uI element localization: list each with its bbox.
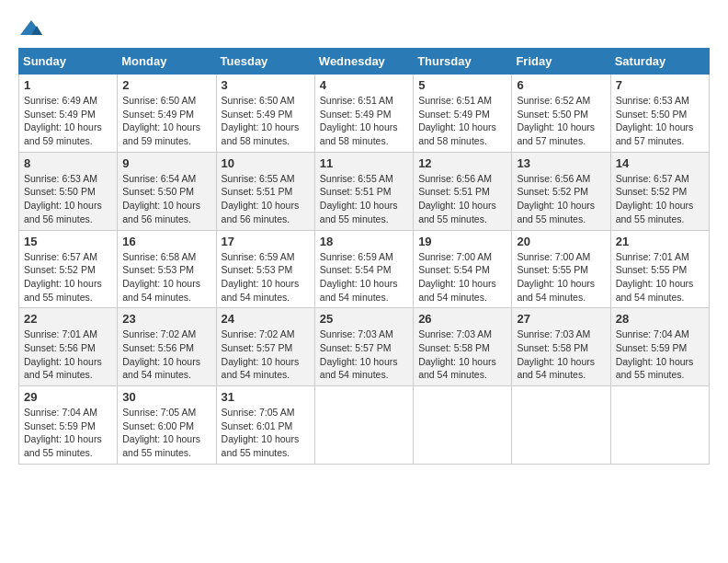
day-number: 11	[320, 156, 408, 170]
day-number: 2	[122, 78, 210, 92]
day-info: Sunrise: 7:03 AMSunset: 5:58 PMDaylight:…	[418, 327, 506, 382]
day-info: Sunrise: 6:53 AMSunset: 5:50 PMDaylight:…	[24, 172, 112, 226]
day-info: Sunrise: 6:55 AMSunset: 5:51 PMDaylight:…	[222, 172, 310, 226]
day-number: 19	[418, 235, 506, 248]
day-info: Sunrise: 6:59 AMSunset: 5:54 PMDaylight:…	[320, 250, 408, 304]
day-info: Sunrise: 6:50 AMSunset: 5:49 PMDaylight:…	[222, 94, 310, 148]
calendar-cell: 5Sunrise: 6:51 AMSunset: 5:49 PMDaylight…	[414, 75, 512, 153]
calendar-cell: 4Sunrise: 6:51 AMSunset: 5:49 PMDaylight…	[314, 75, 413, 153]
day-info: Sunrise: 6:53 AMSunset: 5:50 PMDaylight:…	[616, 94, 704, 148]
calendar-cell: 27Sunrise: 7:03 AMSunset: 5:58 PMDayligh…	[512, 308, 610, 386]
calendar-cell: 14Sunrise: 6:57 AMSunset: 5:52 PMDayligh…	[610, 152, 709, 230]
day-number: 31	[222, 390, 310, 404]
day-number: 13	[517, 156, 605, 170]
day-number: 4	[320, 78, 408, 92]
day-info: Sunrise: 6:59 AMSunset: 5:53 PMDaylight:…	[222, 250, 310, 304]
day-info: Sunrise: 6:54 AMSunset: 5:50 PMDaylight:…	[122, 172, 210, 226]
calendar-cell	[414, 386, 512, 465]
calendar-header-tuesday: Tuesday	[216, 49, 314, 75]
calendar-cell	[610, 386, 709, 465]
day-number: 28	[616, 312, 704, 326]
day-number: 6	[517, 78, 605, 92]
day-number: 15	[24, 235, 112, 248]
logo	[18, 18, 48, 39]
calendar-cell: 16Sunrise: 6:58 AMSunset: 5:53 PMDayligh…	[118, 230, 216, 308]
day-info: Sunrise: 6:55 AMSunset: 5:51 PMDaylight:…	[320, 172, 408, 226]
day-number: 1	[24, 78, 112, 92]
day-number: 22	[24, 312, 112, 326]
day-info: Sunrise: 6:56 AMSunset: 5:51 PMDaylight:…	[418, 172, 506, 226]
calendar-header-saturday: Saturday	[610, 49, 709, 75]
day-info: Sunrise: 6:56 AMSunset: 5:52 PMDaylight:…	[517, 172, 605, 226]
calendar-cell: 26Sunrise: 7:03 AMSunset: 5:58 PMDayligh…	[414, 308, 512, 386]
calendar-cell: 23Sunrise: 7:02 AMSunset: 5:56 PMDayligh…	[118, 308, 216, 386]
calendar-week-row: 8Sunrise: 6:53 AMSunset: 5:50 PMDaylight…	[19, 152, 710, 230]
calendar-cell: 8Sunrise: 6:53 AMSunset: 5:50 PMDaylight…	[19, 152, 118, 230]
calendar-cell: 28Sunrise: 7:04 AMSunset: 5:59 PMDayligh…	[610, 308, 709, 386]
day-number: 18	[320, 235, 408, 248]
day-number: 14	[616, 156, 704, 170]
day-info: Sunrise: 6:57 AMSunset: 5:52 PMDaylight:…	[616, 172, 704, 226]
calendar-header-monday: Monday	[118, 49, 216, 75]
calendar-cell: 18Sunrise: 6:59 AMSunset: 5:54 PMDayligh…	[314, 230, 413, 308]
day-info: Sunrise: 7:05 AMSunset: 6:01 PMDaylight:…	[222, 406, 310, 460]
day-info: Sunrise: 7:00 AMSunset: 5:54 PMDaylight:…	[418, 250, 506, 304]
calendar-cell: 10Sunrise: 6:55 AMSunset: 5:51 PMDayligh…	[216, 152, 314, 230]
day-number: 3	[222, 78, 310, 92]
calendar-cell: 9Sunrise: 6:54 AMSunset: 5:50 PMDaylight…	[118, 152, 216, 230]
calendar-header-wednesday: Wednesday	[314, 49, 413, 75]
calendar-cell: 29Sunrise: 7:04 AMSunset: 5:59 PMDayligh…	[19, 386, 118, 465]
calendar-cell: 3Sunrise: 6:50 AMSunset: 5:49 PMDaylight…	[216, 75, 314, 153]
day-number: 21	[616, 235, 704, 248]
calendar-header-friday: Friday	[512, 49, 610, 75]
day-number: 20	[517, 235, 605, 248]
day-info: Sunrise: 6:49 AMSunset: 5:49 PMDaylight:…	[24, 94, 112, 148]
calendar-body: 1Sunrise: 6:49 AMSunset: 5:49 PMDaylight…	[19, 75, 710, 465]
calendar-week-row: 29Sunrise: 7:04 AMSunset: 5:59 PMDayligh…	[19, 386, 710, 465]
day-info: Sunrise: 6:51 AMSunset: 5:49 PMDaylight:…	[418, 94, 506, 148]
calendar-cell: 22Sunrise: 7:01 AMSunset: 5:56 PMDayligh…	[19, 308, 118, 386]
calendar-cell: 17Sunrise: 6:59 AMSunset: 5:53 PMDayligh…	[216, 230, 314, 308]
day-number: 7	[616, 78, 704, 92]
calendar-cell: 19Sunrise: 7:00 AMSunset: 5:54 PMDayligh…	[414, 230, 512, 308]
page-header	[18, 18, 710, 39]
calendar-cell: 20Sunrise: 7:00 AMSunset: 5:55 PMDayligh…	[512, 230, 610, 308]
calendar-header-thursday: Thursday	[414, 49, 512, 75]
day-info: Sunrise: 7:05 AMSunset: 6:00 PMDaylight:…	[122, 406, 210, 460]
day-info: Sunrise: 6:58 AMSunset: 5:53 PMDaylight:…	[122, 250, 210, 304]
calendar-header-sunday: Sunday	[19, 49, 118, 75]
calendar-cell	[314, 386, 413, 465]
day-info: Sunrise: 7:01 AMSunset: 5:55 PMDaylight:…	[616, 250, 704, 304]
calendar-cell: 31Sunrise: 7:05 AMSunset: 6:01 PMDayligh…	[216, 386, 314, 465]
day-number: 17	[222, 235, 310, 248]
calendar-cell: 15Sunrise: 6:57 AMSunset: 5:52 PMDayligh…	[19, 230, 118, 308]
day-info: Sunrise: 7:03 AMSunset: 5:57 PMDaylight:…	[320, 327, 408, 382]
day-info: Sunrise: 7:00 AMSunset: 5:55 PMDaylight:…	[517, 250, 605, 304]
day-info: Sunrise: 7:04 AMSunset: 5:59 PMDaylight:…	[24, 406, 112, 460]
day-info: Sunrise: 7:02 AMSunset: 5:56 PMDaylight:…	[122, 327, 210, 382]
logo-icon	[18, 18, 44, 39]
day-info: Sunrise: 7:02 AMSunset: 5:57 PMDaylight:…	[222, 327, 310, 382]
calendar-cell: 13Sunrise: 6:56 AMSunset: 5:52 PMDayligh…	[512, 152, 610, 230]
calendar-week-row: 1Sunrise: 6:49 AMSunset: 5:49 PMDaylight…	[19, 75, 710, 153]
calendar-cell: 2Sunrise: 6:50 AMSunset: 5:49 PMDaylight…	[118, 75, 216, 153]
day-number: 30	[122, 390, 210, 404]
day-number: 27	[517, 312, 605, 326]
day-number: 5	[418, 78, 506, 92]
calendar-cell: 1Sunrise: 6:49 AMSunset: 5:49 PMDaylight…	[19, 75, 118, 153]
day-info: Sunrise: 7:03 AMSunset: 5:58 PMDaylight:…	[517, 327, 605, 382]
calendar-cell: 30Sunrise: 7:05 AMSunset: 6:00 PMDayligh…	[118, 386, 216, 465]
calendar-cell: 24Sunrise: 7:02 AMSunset: 5:57 PMDayligh…	[216, 308, 314, 386]
day-info: Sunrise: 7:01 AMSunset: 5:56 PMDaylight:…	[24, 327, 112, 382]
calendar-cell: 21Sunrise: 7:01 AMSunset: 5:55 PMDayligh…	[610, 230, 709, 308]
day-number: 9	[122, 156, 210, 170]
calendar-cell: 7Sunrise: 6:53 AMSunset: 5:50 PMDaylight…	[610, 75, 709, 153]
day-info: Sunrise: 6:51 AMSunset: 5:49 PMDaylight:…	[320, 94, 408, 148]
calendar-week-row: 22Sunrise: 7:01 AMSunset: 5:56 PMDayligh…	[19, 308, 710, 386]
calendar-cell	[512, 386, 610, 465]
day-number: 8	[24, 156, 112, 170]
day-number: 12	[418, 156, 506, 170]
calendar-cell: 11Sunrise: 6:55 AMSunset: 5:51 PMDayligh…	[314, 152, 413, 230]
calendar-cell: 6Sunrise: 6:52 AMSunset: 5:50 PMDaylight…	[512, 75, 610, 153]
day-info: Sunrise: 6:52 AMSunset: 5:50 PMDaylight:…	[517, 94, 605, 148]
